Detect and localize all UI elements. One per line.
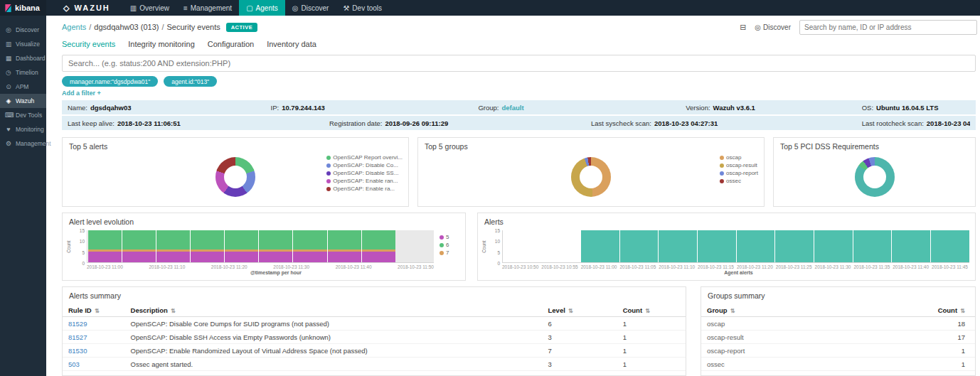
chart-bar[interactable]: [225, 230, 259, 262]
legend-item[interactable]: OpenSCAP: Enable ra...: [326, 185, 403, 193]
bar-segment: [775, 230, 814, 262]
main-column: ◇ WAZUH ▥Overview≡Management▢Agents◎Disc…: [46, 0, 980, 376]
chart-bar[interactable]: [122, 230, 156, 262]
topnav-discover[interactable]: ◎Discover: [285, 0, 336, 16]
sidebar-item-monitoring[interactable]: ♥Monitoring: [0, 122, 46, 136]
legend-item[interactable]: OpenSCAP: Enable ran...: [326, 177, 403, 185]
agent-info-last-rootcheck-scan: Last rootcheck scan:2018-10-23 04:27:36: [862, 119, 970, 127]
chart-bar[interactable]: [853, 230, 892, 262]
chart-bar[interactable]: [930, 230, 969, 262]
chart-bar[interactable]: [659, 230, 698, 262]
wazuh-brand[interactable]: ◇ WAZUH: [46, 4, 123, 13]
kibana-logo[interactable]: kibana: [0, 0, 46, 16]
chart-bar[interactable]: [736, 230, 775, 262]
legend-item[interactable]: OpenSCAP: Disable SS...: [326, 169, 403, 177]
chart-bar[interactable]: [87, 230, 122, 262]
dev-tools-icon: ⚒: [343, 4, 349, 12]
chart-bar[interactable]: [259, 230, 293, 262]
legend-item[interactable]: oscap: [720, 154, 758, 161]
legend-label: oscap-result: [726, 161, 757, 169]
rule-id-link[interactable]: 81527: [68, 333, 87, 341]
filter-pill[interactable]: agent.id:"013": [164, 76, 217, 87]
x-axis-ticks: 2018-10-23 10:502018-10-23 10:552018-10-…: [502, 264, 968, 269]
alert-level-evolution-plot[interactable]: [87, 230, 434, 263]
bar-segment: [814, 230, 853, 262]
topnav-management[interactable]: ≡Management: [176, 0, 239, 16]
legend-item[interactable]: OpenSCAP: Disable Co...: [326, 161, 403, 169]
column-header-count[interactable]: Count ⇅: [920, 304, 975, 317]
add-filter-link[interactable]: Add a filter +: [62, 90, 977, 97]
agent-info-label: IP:: [271, 104, 279, 112]
top-5-alerts-donut[interactable]: [215, 157, 255, 197]
chart-bar[interactable]: [580, 230, 619, 262]
legend-item[interactable]: oscap-result: [720, 161, 758, 169]
chart-bar[interactable]: [619, 230, 659, 262]
bar-segment: [328, 252, 361, 262]
topnav-label: Overview: [139, 4, 169, 12]
breadcrumb-agents-link[interactable]: Agents: [62, 23, 86, 31]
alerts-plot[interactable]: [502, 230, 969, 263]
sidebar-item-discover[interactable]: ◎Discover: [0, 23, 46, 37]
legend-item[interactable]: oscap-report: [720, 169, 758, 177]
chart-bar[interactable]: [503, 230, 542, 262]
rule-id-link[interactable]: 503: [68, 360, 80, 368]
column-header-description[interactable]: Description ⇅: [125, 304, 543, 317]
sidebar-item-apm[interactable]: ⊙APM: [0, 80, 46, 94]
table-row: 81530OpenSCAP: Enable Randomized Layout …: [63, 344, 686, 358]
agent-search-input[interactable]: [799, 20, 977, 35]
rule-id-link[interactable]: 81530: [68, 347, 87, 355]
chart-bar[interactable]: [156, 230, 190, 262]
agent-info-label: Name:: [68, 104, 87, 112]
query-search-input[interactable]: [62, 55, 976, 72]
tab-integrity-monitoring[interactable]: Integrity monitoring: [128, 38, 195, 50]
chart-bar[interactable]: [361, 230, 395, 262]
legend-item[interactable]: OpenSCAP Report overvi...: [326, 154, 403, 161]
tab-inventory-data[interactable]: Inventory data: [267, 38, 316, 50]
sidebar-item-visualize[interactable]: ▥Visualize: [0, 37, 46, 51]
chart-bar[interactable]: [327, 230, 361, 262]
sidebar-item-dev-tools[interactable]: ⌨Dev Tools: [0, 108, 46, 122]
tab-security-events[interactable]: Security events: [62, 38, 115, 50]
sidebar-item-management[interactable]: ⚙Management: [0, 136, 46, 151]
rule-id-link[interactable]: 81529: [68, 320, 87, 328]
sort-icon: ⇅: [729, 308, 735, 314]
sidebar-item-label: Discover: [16, 26, 39, 33]
sidebar-item-wazuh[interactable]: ◈Wazuh: [0, 94, 46, 108]
tab-configuration[interactable]: Configuration: [208, 38, 254, 50]
chart-bar[interactable]: [542, 230, 581, 262]
sort-icon: ⇅: [959, 308, 965, 314]
filter-pill[interactable]: manager.name:"dgsdpdwa01": [62, 76, 158, 87]
chart-bar[interactable]: [190, 230, 224, 262]
discover-button[interactable]: ◎ Discover: [755, 23, 791, 31]
legend-item[interactable]: 5: [440, 233, 459, 241]
bar-segment: [225, 230, 258, 249]
chart-bar[interactable]: [775, 230, 814, 262]
column-header-level[interactable]: Level ⇅: [543, 304, 617, 317]
topnav-dev-tools[interactable]: ⚒Dev tools: [336, 0, 389, 16]
chart-bar[interactable]: [697, 230, 736, 262]
sidebar-item-timelion[interactable]: ◷Timelion: [0, 65, 46, 80]
chart-bar[interactable]: [892, 230, 931, 262]
column-header-count[interactable]: Count ⇅: [617, 304, 686, 317]
top-5-pci-dss-requirements-donut[interactable]: [855, 157, 895, 197]
agent-info-value[interactable]: default: [501, 104, 523, 112]
level-cell: 7: [543, 344, 617, 358]
chart-bar[interactable]: [814, 230, 853, 262]
print-icon[interactable]: ⊟: [740, 23, 746, 32]
column-header-group[interactable]: Group ⇅: [701, 304, 920, 317]
chart-bar[interactable]: [293, 230, 327, 262]
legend-item[interactable]: ossec: [720, 177, 758, 185]
rule-id-link[interactable]: 81542: [68, 374, 87, 376]
topnav-overview[interactable]: ▥Overview: [123, 0, 176, 16]
agent-info-ip: IP:10.79.244.143: [271, 104, 479, 112]
bar-segment: [191, 230, 224, 249]
column-header-rule-id[interactable]: Rule ID ⇅: [63, 304, 125, 317]
topnav-agents[interactable]: ▢Agents: [239, 0, 285, 16]
agent-info-row-1: Name:dgsdqahw03IP:10.79.244.143Group:def…: [62, 100, 976, 114]
legend-item[interactable]: 7: [440, 249, 459, 257]
level-cell: 6: [543, 371, 617, 376]
legend-item[interactable]: 6: [440, 241, 459, 249]
agent-info-group: Group:default: [478, 104, 686, 112]
sidebar-item-dashboard[interactable]: ▦Dashboard: [0, 51, 46, 65]
top-5-groups-donut[interactable]: [571, 157, 611, 197]
